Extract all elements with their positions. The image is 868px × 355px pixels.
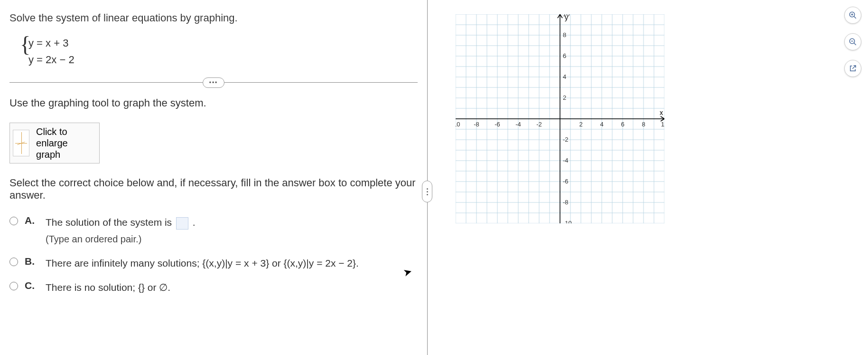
x-tick-label: 10 (661, 121, 664, 128)
choice-a-text-pre: The solution of the system is (46, 217, 175, 228)
choice-a-radio[interactable] (9, 217, 18, 225)
y-tick-label: 6 (563, 52, 566, 59)
x-tick-label: -2 (536, 121, 542, 128)
x-tick-label: 2 (579, 121, 582, 128)
select-instruction: Select the correct choice below and, if … (9, 177, 418, 201)
x-axis-label: x (660, 109, 663, 116)
choice-a-letter: A. (25, 215, 36, 226)
choice-b-text: There are infinitely many solutions; {(x… (46, 256, 359, 271)
choice-b-letter: B. (25, 256, 36, 267)
graph-thumbnail-icon (13, 130, 29, 156)
choice-c[interactable]: C. There is no solution; {} or ∅. (9, 280, 418, 295)
x-tick-label: -6 (495, 121, 500, 128)
external-link-icon (849, 64, 857, 73)
enlarge-graph-label: Click to enlarge graph (36, 126, 93, 160)
equation-2: y = 2x − 2 (28, 51, 418, 68)
choice-c-radio[interactable] (9, 282, 18, 290)
question-prompt: Solve the system of linear equations by … (9, 12, 418, 24)
tool-instruction: Use the graphing tool to graph the syste… (9, 97, 418, 109)
x-tick-label: 8 (642, 121, 645, 128)
svg-line-49 (854, 43, 856, 45)
y-tick-label: 4 (563, 73, 566, 80)
open-new-window-button[interactable] (844, 60, 861, 77)
choice-b[interactable]: B. There are infinitely many solutions; … (9, 256, 418, 271)
y-tick-label: 8 (563, 31, 566, 38)
y-tick-label: 10 (563, 14, 569, 18)
enlarge-graph-button[interactable]: Click to enlarge graph (9, 123, 100, 163)
choice-b-radio[interactable] (9, 258, 18, 266)
choice-a-hint: (Type an ordered pair.) (46, 232, 196, 246)
coordinate-graph[interactable]: y x -10-8-6-4-2246810 -10-8-6-4-2246810 (456, 14, 664, 223)
x-tick-label: 6 (621, 121, 624, 128)
zoom-in-icon (849, 11, 857, 19)
zoom-out-button[interactable] (844, 33, 861, 50)
x-tick-label: -4 (515, 121, 521, 128)
equation-system: { y = x + 3 y = 2x − 2 (28, 35, 418, 68)
y-tick-label: 2 (563, 94, 566, 101)
zoom-in-button[interactable] (844, 7, 861, 24)
choice-c-letter: C. (25, 280, 36, 291)
choice-a[interactable]: A. The solution of the system is . (Type… (9, 215, 418, 246)
y-tick-label: -4 (563, 157, 569, 164)
zoom-out-icon (849, 38, 857, 46)
brace-icon: { (20, 34, 30, 56)
y-tick-label: -8 (563, 199, 569, 206)
section-divider: ••• (9, 82, 418, 83)
svg-line-45 (854, 16, 856, 19)
y-tick-label: -10 (563, 220, 572, 223)
equation-1: y = x + 3 (28, 35, 418, 51)
choice-a-text-post: . (193, 217, 196, 228)
y-tick-label: -6 (563, 178, 569, 185)
choice-a-answer-input[interactable] (176, 217, 188, 230)
x-tick-label: -8 (474, 121, 479, 128)
x-tick-label: 4 (600, 121, 603, 128)
choice-c-text: There is no solution; {} or ∅. (46, 280, 170, 295)
y-tick-label: -2 (563, 136, 569, 143)
x-tick-label: -10 (456, 121, 460, 128)
more-button[interactable]: ••• (203, 77, 224, 88)
